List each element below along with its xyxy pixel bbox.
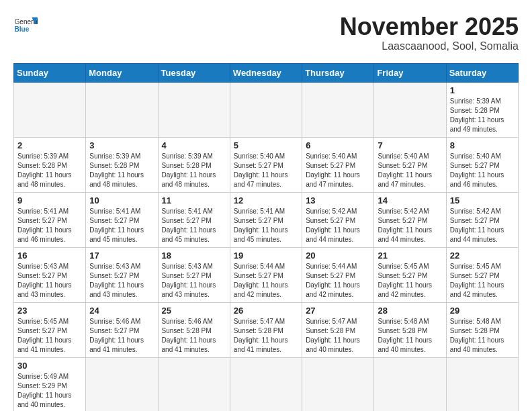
weekday-header-friday: Friday xyxy=(374,63,446,82)
calendar-cell: 15Sunrise: 5:42 AMSunset: 5:27 PMDayligh… xyxy=(446,192,518,247)
calendar-cell xyxy=(86,357,158,411)
calendar-cell: 13Sunrise: 5:42 AMSunset: 5:27 PMDayligh… xyxy=(302,192,374,247)
day-info: Sunrise: 5:49 AMSunset: 5:29 PMDaylight:… xyxy=(17,372,82,410)
day-info: Sunrise: 5:39 AMSunset: 5:28 PMDaylight:… xyxy=(17,152,82,189)
day-info: Sunrise: 5:48 AMSunset: 5:28 PMDaylight:… xyxy=(378,317,442,355)
day-info: Sunrise: 5:44 AMSunset: 5:27 PMDaylight:… xyxy=(306,262,370,300)
day-number: 8 xyxy=(450,140,515,150)
logo: General Blue xyxy=(13,13,38,38)
calendar-cell: 6Sunrise: 5:40 AMSunset: 5:27 PMDaylight… xyxy=(302,137,374,192)
day-info: Sunrise: 5:41 AMSunset: 5:27 PMDaylight:… xyxy=(89,207,154,244)
calendar-cell: 4Sunrise: 5:39 AMSunset: 5:28 PMDaylight… xyxy=(158,137,230,192)
day-number: 5 xyxy=(234,140,298,150)
calendar-cell: 25Sunrise: 5:46 AMSunset: 5:28 PMDayligh… xyxy=(158,302,230,357)
calendar-row: 2Sunrise: 5:39 AMSunset: 5:28 PMDaylight… xyxy=(14,137,519,192)
day-info: Sunrise: 5:45 AMSunset: 5:27 PMDaylight:… xyxy=(17,317,82,355)
day-number: 30 xyxy=(17,361,82,371)
calendar-cell: 19Sunrise: 5:44 AMSunset: 5:27 PMDayligh… xyxy=(230,247,302,302)
weekday-header-sunday: Sunday xyxy=(14,63,86,82)
day-info: Sunrise: 5:42 AMSunset: 5:27 PMDaylight:… xyxy=(450,207,515,244)
calendar-cell xyxy=(158,82,230,137)
calendar-row: 30Sunrise: 5:49 AMSunset: 5:29 PMDayligh… xyxy=(14,357,519,411)
day-number: 19 xyxy=(234,250,298,261)
day-number: 16 xyxy=(17,250,82,261)
calendar-row: 16Sunrise: 5:43 AMSunset: 5:27 PMDayligh… xyxy=(14,247,519,302)
day-number: 24 xyxy=(89,306,154,316)
day-number: 17 xyxy=(89,250,154,261)
day-number: 14 xyxy=(378,195,442,205)
location: Laascaanood, Sool, Somalia xyxy=(340,40,519,52)
day-info: Sunrise: 5:41 AMSunset: 5:27 PMDaylight:… xyxy=(234,207,298,244)
calendar-cell xyxy=(374,357,446,411)
day-number: 27 xyxy=(306,306,370,316)
day-info: Sunrise: 5:39 AMSunset: 5:28 PMDaylight:… xyxy=(89,152,154,189)
calendar-row: 1Sunrise: 5:39 AMSunset: 5:28 PMDaylight… xyxy=(14,82,519,137)
day-number: 28 xyxy=(378,306,442,316)
calendar-cell: 21Sunrise: 5:45 AMSunset: 5:27 PMDayligh… xyxy=(374,247,446,302)
day-number: 13 xyxy=(306,195,370,205)
calendar-cell xyxy=(86,82,158,137)
day-number: 20 xyxy=(306,250,370,261)
calendar-cell xyxy=(230,357,302,411)
calendar-cell: 1Sunrise: 5:39 AMSunset: 5:28 PMDaylight… xyxy=(446,82,518,137)
day-info: Sunrise: 5:40 AMSunset: 5:27 PMDaylight:… xyxy=(378,152,442,189)
day-number: 21 xyxy=(378,250,442,261)
day-info: Sunrise: 5:48 AMSunset: 5:28 PMDaylight:… xyxy=(450,317,515,355)
day-info: Sunrise: 5:46 AMSunset: 5:28 PMDaylight:… xyxy=(162,317,226,355)
calendar-cell: 2Sunrise: 5:39 AMSunset: 5:28 PMDaylight… xyxy=(14,137,86,192)
calendar-cell: 29Sunrise: 5:48 AMSunset: 5:28 PMDayligh… xyxy=(446,302,518,357)
logo-icon: General Blue xyxy=(13,13,38,38)
day-info: Sunrise: 5:43 AMSunset: 5:27 PMDaylight:… xyxy=(162,262,226,300)
day-number: 1 xyxy=(450,85,515,95)
calendar-cell: 23Sunrise: 5:45 AMSunset: 5:27 PMDayligh… xyxy=(14,302,86,357)
title-section: November 2025 Laascaanood, Sool, Somalia xyxy=(340,13,519,52)
day-number: 11 xyxy=(162,195,226,205)
day-info: Sunrise: 5:40 AMSunset: 5:27 PMDaylight:… xyxy=(234,152,298,189)
day-info: Sunrise: 5:42 AMSunset: 5:27 PMDaylight:… xyxy=(378,207,442,244)
day-number: 3 xyxy=(89,140,154,150)
weekday-header-row: SundayMondayTuesdayWednesdayThursdayFrid… xyxy=(14,63,519,82)
calendar-cell: 24Sunrise: 5:46 AMSunset: 5:27 PMDayligh… xyxy=(86,302,158,357)
calendar-table: SundayMondayTuesdayWednesdayThursdayFrid… xyxy=(13,63,519,411)
weekday-header-wednesday: Wednesday xyxy=(230,63,302,82)
day-number: 10 xyxy=(89,195,154,205)
day-number: 25 xyxy=(162,306,226,316)
day-number: 26 xyxy=(234,306,298,316)
day-number: 29 xyxy=(450,306,515,316)
day-info: Sunrise: 5:45 AMSunset: 5:27 PMDaylight:… xyxy=(450,262,515,300)
svg-text:Blue: Blue xyxy=(14,26,29,33)
page-header: General Blue November 2025 Laascaanood, … xyxy=(13,13,519,52)
calendar-cell: 5Sunrise: 5:40 AMSunset: 5:27 PMDaylight… xyxy=(230,137,302,192)
calendar-cell: 11Sunrise: 5:41 AMSunset: 5:27 PMDayligh… xyxy=(158,192,230,247)
calendar-cell: 3Sunrise: 5:39 AMSunset: 5:28 PMDaylight… xyxy=(86,137,158,192)
day-info: Sunrise: 5:42 AMSunset: 5:27 PMDaylight:… xyxy=(306,207,370,244)
calendar-cell: 9Sunrise: 5:41 AMSunset: 5:27 PMDaylight… xyxy=(14,192,86,247)
day-info: Sunrise: 5:46 AMSunset: 5:27 PMDaylight:… xyxy=(89,317,154,355)
day-number: 12 xyxy=(234,195,298,205)
weekday-header-thursday: Thursday xyxy=(302,63,374,82)
day-info: Sunrise: 5:43 AMSunset: 5:27 PMDaylight:… xyxy=(17,262,82,300)
calendar-cell: 10Sunrise: 5:41 AMSunset: 5:27 PMDayligh… xyxy=(86,192,158,247)
calendar-cell xyxy=(158,357,230,411)
weekday-header-tuesday: Tuesday xyxy=(158,63,230,82)
day-number: 22 xyxy=(450,250,515,261)
day-number: 15 xyxy=(450,195,515,205)
calendar-cell xyxy=(302,82,374,137)
day-info: Sunrise: 5:41 AMSunset: 5:27 PMDaylight:… xyxy=(17,207,82,244)
calendar-cell: 18Sunrise: 5:43 AMSunset: 5:27 PMDayligh… xyxy=(158,247,230,302)
day-number: 23 xyxy=(17,306,82,316)
day-info: Sunrise: 5:40 AMSunset: 5:27 PMDaylight:… xyxy=(306,152,370,189)
weekday-header-saturday: Saturday xyxy=(446,63,518,82)
calendar-cell: 22Sunrise: 5:45 AMSunset: 5:27 PMDayligh… xyxy=(446,247,518,302)
calendar-cell: 20Sunrise: 5:44 AMSunset: 5:27 PMDayligh… xyxy=(302,247,374,302)
calendar-cell: 28Sunrise: 5:48 AMSunset: 5:28 PMDayligh… xyxy=(374,302,446,357)
day-info: Sunrise: 5:39 AMSunset: 5:28 PMDaylight:… xyxy=(162,152,226,189)
day-number: 18 xyxy=(162,250,226,261)
calendar-cell: 27Sunrise: 5:47 AMSunset: 5:28 PMDayligh… xyxy=(302,302,374,357)
calendar-cell xyxy=(374,82,446,137)
day-number: 9 xyxy=(17,195,82,205)
day-info: Sunrise: 5:40 AMSunset: 5:27 PMDaylight:… xyxy=(450,152,515,189)
day-info: Sunrise: 5:39 AMSunset: 5:28 PMDaylight:… xyxy=(450,97,515,134)
calendar-cell xyxy=(230,82,302,137)
day-info: Sunrise: 5:44 AMSunset: 5:27 PMDaylight:… xyxy=(234,262,298,300)
